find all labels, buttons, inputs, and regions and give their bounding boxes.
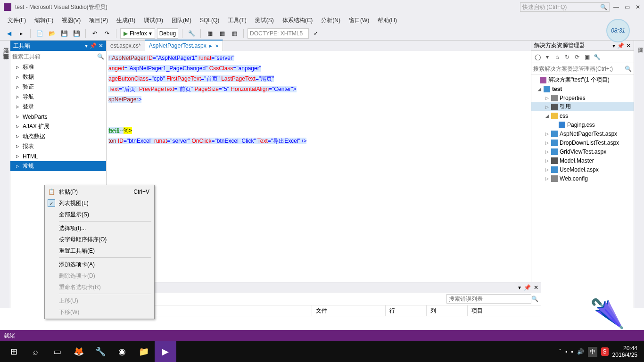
col-column[interactable]: 列	[427, 305, 468, 316]
tray-volume-icon[interactable]: 🔊	[577, 348, 584, 355]
menu-build[interactable]: 生成(B)	[113, 15, 139, 26]
tree-item[interactable]: ▷Web.config	[531, 174, 634, 183]
toolbox-search-input[interactable]	[12, 53, 97, 60]
ctx-item[interactable]: 选择项(I)...	[46, 222, 153, 234]
menu-window[interactable]: 窗口(W)	[345, 15, 373, 26]
solution-dropdown-icon[interactable]: ▾	[612, 42, 615, 49]
tree-item[interactable]: 解决方案"test"(1 个项目)	[531, 75, 634, 84]
menu-team[interactable]: 团队(M)	[168, 15, 195, 26]
toolbox-item-登录[interactable]: ▷登录	[10, 102, 106, 112]
app-icon-2[interactable]: ◉	[111, 341, 133, 362]
visual-studio-icon[interactable]: ▶	[155, 341, 176, 362]
search-icon[interactable]: 🔍	[625, 66, 632, 72]
menu-test[interactable]: 测试(S)	[251, 15, 278, 26]
ctx-item[interactable]: 添加选项卡(A)	[46, 259, 153, 270]
toolbox-item-动态数据[interactable]: ▷动态数据	[10, 132, 106, 141]
tray-icon[interactable]: ▪	[565, 348, 567, 355]
error-search-input[interactable]	[446, 294, 531, 304]
code-editor[interactable]: r:AspNetPager ID="AspNetPager1" runat="s…	[107, 51, 531, 297]
solution-pin-icon[interactable]: 📌	[617, 42, 624, 49]
col-file[interactable]: 文件	[312, 305, 386, 316]
menu-project[interactable]: 项目(P)	[85, 15, 112, 26]
taskview-button[interactable]: ▭	[46, 341, 68, 362]
firefox-icon[interactable]: 🦊	[68, 341, 90, 362]
tool-button-4[interactable]: ▦	[229, 28, 239, 39]
tree-item[interactable]: ▷Model.Master	[531, 156, 634, 165]
tray-ime-icon[interactable]: 中	[588, 347, 597, 357]
search-icon[interactable]: 🔍	[531, 296, 538, 302]
tree-item[interactable]: ▷DropDownListTest.aspx	[531, 138, 634, 147]
err-dropdown-icon[interactable]: ▾	[518, 284, 521, 291]
tree-item[interactable]: ▷引用	[531, 102, 634, 111]
tree-item[interactable]: ▷AspNetPagerTest.aspx	[531, 129, 634, 138]
err-close-icon[interactable]: ✕	[534, 284, 538, 291]
menu-architecture[interactable]: 体系结构(C)	[279, 15, 317, 26]
undo-button[interactable]: ↶	[90, 28, 100, 39]
ctx-item[interactable]: ✓列表视图(L)	[46, 197, 153, 209]
menu-view[interactable]: 视图(V)	[58, 15, 84, 26]
tab-close-icon[interactable]: ✕	[215, 43, 219, 49]
quick-launch-input[interactable]: 快速启动 (Ctrl+Q) 🔍	[520, 2, 610, 12]
sol-collapse-icon[interactable]: ▣	[583, 53, 591, 61]
menu-sql[interactable]: SQL(Q)	[196, 16, 223, 25]
toolbox-item-导航[interactable]: ▷导航	[10, 92, 106, 102]
save-button[interactable]: 💾	[59, 28, 69, 39]
menu-help[interactable]: 帮助(H)	[374, 15, 401, 26]
explorer-icon[interactable]: 📁	[133, 341, 155, 362]
config-combo[interactable]: Debug	[157, 28, 178, 39]
sol-fwd-icon[interactable]: ▾	[543, 53, 552, 61]
toolbox-item-报表[interactable]: ▷报表	[10, 141, 106, 151]
tree-item[interactable]: ▷UseModel.aspx	[531, 165, 634, 174]
nav-forward-button[interactable]: ▸	[16, 28, 26, 39]
toolbox-pin-icon[interactable]: 📌	[90, 42, 97, 49]
sol-back-icon[interactable]: ◯	[533, 53, 542, 61]
err-pin-icon[interactable]: 📌	[524, 284, 531, 291]
open-file-button[interactable]: 📂	[47, 28, 57, 39]
menu-file[interactable]: 文件(F)	[4, 15, 30, 26]
tree-item[interactable]: Paging.css	[531, 120, 634, 129]
tree-item[interactable]: ◢test	[531, 84, 634, 93]
menu-edit[interactable]: 编辑(E)	[31, 15, 57, 26]
tab-est-aspx-cs[interactable]: est.aspx.cs*	[107, 41, 145, 51]
toolbox-item-验证[interactable]: ▷验证	[10, 82, 106, 92]
tree-item[interactable]: ◢css	[531, 111, 634, 120]
close-button[interactable]: ✕	[636, 4, 640, 10]
start-button[interactable]: ⊞	[3, 341, 25, 362]
new-project-button[interactable]: 📄	[34, 28, 45, 39]
run-button[interactable]: ▶ Firefox ▾	[120, 28, 155, 39]
sol-home-icon[interactable]: ⌂	[553, 53, 561, 61]
ctx-item[interactable]: 重置工具箱(E)	[46, 245, 153, 256]
save-all-button[interactable]: 💾	[71, 28, 82, 39]
solution-search-input[interactable]	[533, 66, 625, 72]
search-icon[interactable]: 🔍	[97, 53, 104, 60]
minimize-button[interactable]: —	[613, 4, 619, 10]
tray-sogou-icon[interactable]: S	[601, 347, 609, 356]
toolbox-item-标准[interactable]: ▷标准	[10, 62, 106, 72]
ctx-item[interactable]: 按字母顺序排序(O)	[46, 234, 153, 245]
toolbox-item-数据[interactable]: ▷数据	[10, 72, 106, 82]
search-button[interactable]: ⌕	[25, 341, 46, 362]
vtab-left[interactable]: 工具箱 服务器资源管理器	[0, 41, 10, 308]
doctype-combo[interactable]: DOCTYPE: XHTML5	[248, 28, 309, 39]
tab-aspnetpagertest[interactable]: AspNetPagerTest.aspx ▸ ✕	[145, 40, 223, 51]
ctx-item[interactable]: 全部显示(S)	[46, 209, 153, 220]
col-line[interactable]: 行	[386, 305, 427, 316]
toolbox-item-WebParts[interactable]: ▷WebParts	[10, 112, 106, 122]
sol-prop-icon[interactable]: 🔧	[593, 53, 601, 61]
redo-button[interactable]: ↷	[102, 28, 112, 39]
tree-item[interactable]: ▷Properties	[531, 93, 634, 102]
toolbox-item-HTML[interactable]: ▷HTML	[10, 151, 106, 161]
menu-tools[interactable]: 工具(T)	[224, 15, 250, 26]
toolbox-close-icon[interactable]: ✕	[99, 42, 103, 49]
tray-icon[interactable]: ▪	[571, 348, 573, 355]
menu-debug[interactable]: 调试(D)	[140, 15, 167, 26]
nav-back-button[interactable]: ◀	[4, 28, 14, 39]
solution-close-icon[interactable]: ✕	[626, 42, 631, 49]
vtab-right[interactable]: 属性	[634, 41, 644, 308]
sol-refresh-icon[interactable]: ↻	[563, 53, 571, 61]
menu-analyze[interactable]: 分析(N)	[317, 15, 344, 26]
tray-up-icon[interactable]: ˄	[559, 348, 561, 355]
col-project[interactable]: 项目	[468, 305, 542, 316]
toolbox-item-AJAX 扩展[interactable]: ▷AJAX 扩展	[10, 122, 106, 132]
maximize-button[interactable]: ▭	[625, 4, 630, 10]
